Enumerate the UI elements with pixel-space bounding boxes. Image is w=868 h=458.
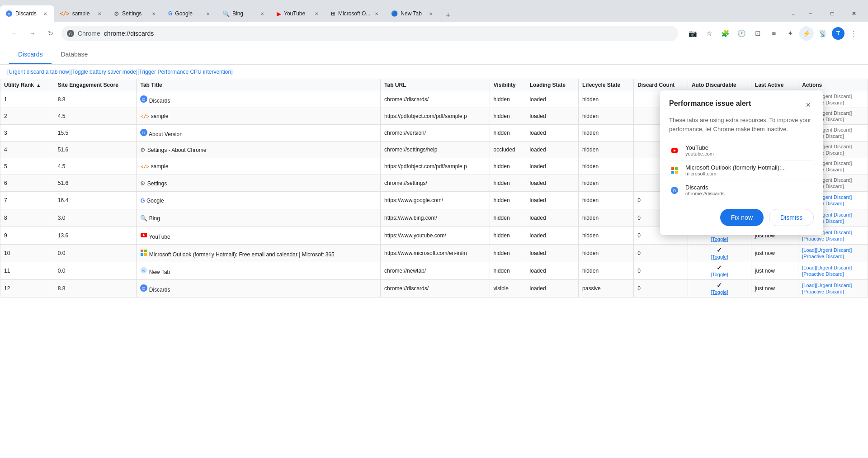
urgent-discard-link[interactable]: [Urgent discard a tab now] [7, 69, 71, 75]
row-favicon-11: D [140, 287, 147, 293]
tab-label-newtab: New Tab [401, 10, 425, 17]
perf-site-info-youtube: YouTube youtube.com [685, 144, 814, 156]
cell-tab-url-5: chrome://settings/ [381, 175, 490, 192]
cell-lifecycle-state-3: hidden [579, 142, 634, 158]
cell-tab-url-0: chrome://discards/ [381, 91, 490, 108]
tab-google[interactable]: G Google ✕ [163, 5, 217, 22]
load-link-10[interactable]: [Load] [802, 265, 816, 270]
row-favicon-3: ⚙ [140, 147, 146, 153]
tab-discards[interactable]: D Discards ✕ [0, 5, 54, 22]
tab-microsoft[interactable]: ⊞ Microsoft O... ✕ [326, 5, 386, 22]
url-bar[interactable]: C Chrome chrome://discards [61, 26, 678, 41]
cell-auto-discardable-11[interactable]: ✓[Toggle] [688, 280, 751, 297]
tab-close-google[interactable]: ✕ [204, 10, 212, 17]
menu-icon[interactable]: ⋮ [846, 26, 861, 41]
svg-rect-20 [671, 167, 674, 170]
cell-loading-state-7: loaded [526, 209, 578, 227]
table-row: 11 0.0 N New Tab chrome://newtab/ hidden… [0, 262, 868, 280]
bookmark-mgr-icon[interactable]: ✦ [783, 26, 797, 41]
profile-avatar[interactable]: T [832, 27, 844, 40]
tab-close-youtube[interactable]: ✕ [313, 10, 320, 17]
tab-settings[interactable]: ⚙ Settings ✕ [108, 5, 163, 22]
col-header-tab-url: Tab URL [381, 79, 490, 91]
perf-site-info-microsoft: Microsoft Outlook (formerly Hotmail):...… [685, 164, 814, 176]
toggle-link-11[interactable]: [Toggle] [711, 289, 728, 295]
close-button[interactable]: ✕ [844, 5, 864, 22]
tab-label-microsoft: Microsoft O... [338, 10, 370, 17]
tab-label-google: Google [175, 10, 202, 17]
tab-close-newtab[interactable]: ✕ [427, 10, 434, 17]
urgent-discard-link-9[interactable]: [Urgent Discard] [816, 247, 852, 253]
toggle-link-8[interactable]: [Toggle] [711, 236, 728, 242]
page-tab-discards[interactable]: Discards [9, 45, 52, 64]
bookmark-icon[interactable]: ☆ [702, 26, 716, 41]
extensions-icon[interactable]: 🧩 [718, 26, 732, 41]
urgent-discard-link-10[interactable]: [Urgent Discard] [816, 265, 852, 270]
tab-close-discards[interactable]: ✕ [42, 10, 49, 17]
minimize-button[interactable]: – [800, 5, 821, 22]
load-link-11[interactable]: [Load] [802, 283, 816, 288]
proactive-discard-link-8[interactable]: [Proactive Discard] [802, 236, 844, 241]
back-button[interactable]: ← [7, 26, 22, 41]
tab-newtab[interactable]: 🔵 New Tab ✕ [386, 5, 440, 22]
cell-loading-state-8: loaded [526, 227, 578, 245]
tab-bing[interactable]: 🔍 Bing ✕ [217, 5, 271, 22]
tab-label-settings: Settings [122, 10, 147, 17]
row-title-text-0: Discards [149, 98, 170, 104]
cell-site-engagement-0: 8.8 [54, 91, 137, 108]
dismiss-button[interactable]: Dismiss [769, 209, 814, 226]
tab-sample[interactable]: </> sample ✕ [54, 5, 108, 22]
tab-list-button[interactable]: ⌄ [788, 10, 799, 17]
row-favicon-5: ⚙ [140, 180, 146, 187]
tab-close-microsoft[interactable]: ✕ [373, 10, 380, 17]
col-header-utility-rank[interactable]: Utility Rank ▲ [0, 79, 54, 91]
cast-icon[interactable]: 📡 [816, 26, 830, 41]
reader-mode-icon[interactable]: ≡ [767, 26, 781, 41]
cell-site-engagement-5: 51.6 [54, 175, 137, 192]
cell-loading-state-9: loaded [526, 245, 578, 262]
tab-search-icon[interactable]: ⊡ [750, 26, 765, 41]
toggle-link-10[interactable]: [Toggle] [711, 272, 728, 277]
tab-label-youtube: YouTube [284, 10, 310, 17]
forward-button[interactable]: → [25, 26, 40, 41]
maximize-button[interactable]: □ [822, 5, 843, 22]
check-mark-9: ✓ [717, 246, 722, 254]
alert-title: Performance issue alert [669, 99, 751, 108]
fix-now-button[interactable]: Fix now [720, 209, 764, 226]
cell-tab-url-8: https://www.youtube.com/ [381, 227, 490, 245]
tab-label-sample: sample [72, 10, 93, 17]
cell-utility-rank-9: 10 [0, 245, 54, 262]
perf-site-favicon-youtube [669, 145, 680, 156]
reload-button[interactable]: ↻ [43, 26, 58, 41]
proactive-discard-link-9[interactable]: [Proactive Discard] [802, 254, 844, 259]
toggle-battery-link[interactable]: [Toggle battery saver mode] [71, 69, 137, 75]
row-favicon-6: G [140, 198, 145, 204]
tab-close-settings[interactable]: ✕ [150, 10, 157, 17]
cell-loading-state-11: loaded [526, 280, 578, 297]
page-tab-database[interactable]: Database [52, 45, 97, 64]
tab-close-bing[interactable]: ✕ [259, 10, 266, 17]
proactive-discard-link-11[interactable]: [Proactive Discard] [802, 289, 844, 294]
screenshot-icon[interactable]: 📷 [685, 26, 700, 41]
load-link-9[interactable]: [Load] [802, 247, 816, 253]
cell-auto-discardable-9[interactable]: ✓[Toggle] [688, 245, 751, 262]
proactive-discard-link-10[interactable]: [Proactive Discard] [802, 271, 844, 277]
cell-lifecycle-state-5: hidden [579, 175, 634, 192]
performance-alert: Performance issue alert ✕ These tabs are… [660, 90, 823, 235]
tab-youtube[interactable]: ▶ YouTube ✕ [271, 5, 326, 22]
tab-close-sample[interactable]: ✕ [96, 10, 103, 17]
cell-site-engagement-7: 3.0 [54, 209, 137, 227]
toggle-link-9[interactable]: [Toggle] [711, 254, 728, 260]
cell-tab-url-1: https://pdfobject.com/pdf/sample.p [381, 108, 490, 125]
urgent-discard-link-11[interactable]: [Urgent Discard] [816, 283, 852, 288]
alert-close-button[interactable]: ✕ [803, 99, 814, 110]
performance-icon[interactable]: ⚡ [799, 26, 814, 41]
history-icon[interactable]: 🕐 [734, 26, 749, 41]
tab-favicon-discards: D [5, 10, 13, 17]
tab-favicon-microsoft: ⊞ [331, 10, 335, 17]
cell-tab-title-6: G Google [137, 192, 381, 209]
new-tab-button[interactable]: + [442, 9, 454, 22]
tab-label-bing: Bing [232, 10, 256, 17]
cell-auto-discardable-10[interactable]: ✓[Toggle] [688, 262, 751, 280]
trigger-performance-link[interactable]: [Trigger Performance CPU intervention] [137, 69, 232, 75]
